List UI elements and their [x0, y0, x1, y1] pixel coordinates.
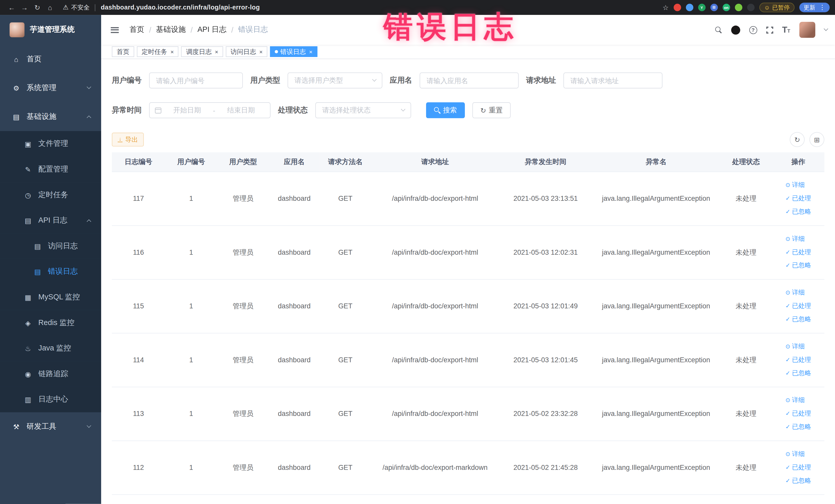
back-icon[interactable]: ← — [5, 3, 18, 11]
paused-extension-badge[interactable]: ☺ 已暂停 — [759, 3, 794, 12]
action-processed-link[interactable]: ✓已处理 — [786, 194, 811, 203]
sidebar-item-mysql-monitor[interactable]: ▦MySQL 监控 — [0, 284, 101, 310]
close-icon[interactable]: × — [215, 48, 218, 55]
action-ignored-link[interactable]: ✓已忽略 — [786, 422, 811, 431]
fullscreen-icon[interactable] — [766, 26, 773, 33]
action-label: 已忽略 — [792, 207, 811, 216]
action-ignored-link[interactable]: ✓已忽略 — [786, 369, 811, 378]
user-avatar[interactable] — [799, 22, 815, 38]
refresh-table-button[interactable]: ↻ — [790, 132, 805, 147]
sidebar-item-dev-tools[interactable]: ⚒研发工具 — [0, 412, 101, 441]
sidebar-item-api-log[interactable]: ▤API 日志 — [0, 208, 101, 234]
breadcrumb-item[interactable]: 首页 — [129, 25, 144, 35]
chevron-up-icon — [87, 116, 91, 120]
sidebar-item-home[interactable]: ⌂首页 — [0, 45, 101, 74]
action-processed-link[interactable]: ✓已处理 — [786, 301, 811, 310]
check-icon: ✓ — [786, 411, 790, 417]
action-detail-link[interactable]: ⊙详细 — [786, 181, 805, 189]
action-detail-link[interactable]: ⊙详细 — [786, 396, 805, 405]
sidebar-item-error-log[interactable]: ▤错误日志 — [0, 259, 101, 284]
action-processed-link[interactable]: ✓已处理 — [786, 463, 811, 472]
url-divider — [95, 4, 96, 11]
tab-调度日志[interactable]: 调度日志× — [181, 46, 223, 57]
check-icon: ✓ — [786, 357, 790, 363]
extension-red-circle-icon[interactable] — [674, 4, 681, 11]
cell-actions: ⊙详细✓已处理✓已忽略 — [772, 279, 824, 333]
action-ignored-link[interactable]: ✓已忽略 — [786, 315, 811, 324]
action-processed-link[interactable]: ✓已处理 — [786, 409, 811, 418]
user-id-input[interactable] — [149, 73, 243, 88]
reset-button[interactable]: ↻ 重置 — [472, 102, 511, 118]
action-ignored-link[interactable]: ✓已忽略 — [786, 476, 811, 485]
browser-update-button[interactable]: 更新 ⋮ — [799, 3, 830, 12]
reload-icon[interactable]: ↻ — [31, 3, 44, 11]
forward-icon[interactable]: → — [18, 3, 31, 11]
sidebar-item-system[interactable]: ⚙系统管理 — [0, 74, 101, 102]
sidebar-item-redis-monitor[interactable]: ◈Redis 监控 — [0, 310, 101, 336]
action-detail-link[interactable]: ⊙详细 — [786, 288, 805, 297]
user-type-select[interactable]: 请选择用户类型 — [287, 73, 382, 88]
check-icon: ✓ — [786, 263, 790, 268]
extension-blue-grid-icon[interactable]: ⊞ — [710, 4, 718, 11]
cell-exception: java.lang.IllegalArgumentException — [592, 172, 720, 225]
action-ignored-link[interactable]: ✓已忽略 — [786, 261, 811, 270]
close-icon[interactable]: × — [309, 48, 312, 55]
help-icon[interactable]: ? — [749, 26, 757, 34]
breadcrumb-item[interactable]: API 日志 — [197, 25, 226, 35]
action-processed-link[interactable]: ✓已处理 — [786, 355, 811, 364]
cell-exception: java.lang.IllegalArgumentException — [592, 225, 720, 279]
sidebar-item-file-manage[interactable]: ▣文件管理 — [0, 131, 101, 157]
extension-paw-icon[interactable] — [747, 4, 754, 11]
breadcrumb-item[interactable]: 基础设施 — [156, 25, 186, 35]
action-detail-link[interactable]: ⊙详细 — [786, 449, 805, 459]
sidebar-item-config-manage[interactable]: ✎配置管理 — [0, 157, 101, 182]
action-detail-link[interactable]: ⊙详细 — [786, 342, 805, 351]
tab-首页[interactable]: 首页 — [112, 46, 134, 57]
close-icon[interactable]: × — [259, 48, 263, 55]
user-type-label: 用户类型 — [250, 76, 280, 85]
date-range-picker[interactable]: 开始日期 - 结束日期 — [149, 102, 270, 118]
font-size-icon[interactable]: T — [782, 26, 790, 34]
extension-green-circle-icon[interactable]: Y — [698, 4, 705, 11]
search-icon[interactable] — [715, 26, 722, 33]
sidebar-item-java-monitor[interactable]: ♨Java 监控 — [0, 336, 101, 361]
home-icon[interactable]: ⌂ — [44, 3, 57, 11]
chevron-down-icon[interactable] — [824, 26, 828, 31]
url-bar[interactable]: dashboard.yudao.iocoder.cn/infra/log/api… — [101, 4, 260, 11]
process-status-select[interactable]: 请选择处理状态 — [315, 102, 411, 118]
not-secure-label[interactable]: 不安全 — [72, 3, 90, 11]
extension-leaf-icon[interactable] — [735, 4, 742, 11]
bookmark-star-icon[interactable]: ☆ — [663, 3, 669, 11]
tab-定时任务[interactable]: 定时任务× — [137, 46, 179, 57]
hamburger-icon[interactable] — [111, 27, 119, 33]
filter-request-url: 请求地址 — [526, 73, 663, 88]
action-detail-link[interactable]: ⊙详细 — [786, 235, 805, 243]
tab-访问日志[interactable]: 访问日志× — [226, 46, 267, 57]
close-icon[interactable]: × — [170, 48, 174, 55]
action-ignored-link[interactable]: ✓已忽略 — [786, 207, 811, 216]
sidebar-item-infrastructure[interactable]: ▤基础设施 — [0, 102, 101, 131]
java-icon: ♨ — [23, 344, 32, 352]
request-url-input[interactable] — [564, 73, 663, 88]
app-name-input[interactable] — [420, 73, 519, 88]
action-label: 已处理 — [792, 194, 811, 203]
request-url-label: 请求地址 — [526, 76, 556, 85]
sidebar-item-access-log[interactable]: ▤访问日志 — [0, 234, 101, 259]
browser-menu-icon[interactable]: ⋮ — [819, 4, 826, 11]
sidebar-item-link-trace[interactable]: ◉链路追踪 — [0, 361, 101, 387]
github-icon[interactable] — [731, 25, 740, 35]
check-icon: ✓ — [786, 424, 790, 430]
cell-actions: ⊙详细✓已处理✓已忽略 — [772, 387, 824, 441]
action-label: 详细 — [792, 449, 805, 459]
tab-错误日志[interactable]: 错误日志× — [270, 46, 317, 57]
action-processed-link[interactable]: ✓已处理 — [786, 248, 811, 257]
sidebar-item-scheduled-jobs[interactable]: ◷定时任务 — [0, 182, 101, 208]
export-button[interactable]: ↓ 导出 — [112, 133, 144, 147]
extension-blue-drop-icon[interactable] — [686, 4, 693, 11]
sidebar-item-log-center[interactable]: ▥日志中心 — [0, 387, 101, 412]
column-settings-button[interactable]: ⊞ — [809, 132, 824, 147]
extension-on-switch-icon[interactable]: on — [722, 4, 730, 11]
app-logo[interactable]: 芋道管理系统 — [0, 15, 101, 45]
search-button[interactable]: 搜索 — [426, 102, 465, 118]
action-label: 已处理 — [792, 409, 811, 418]
